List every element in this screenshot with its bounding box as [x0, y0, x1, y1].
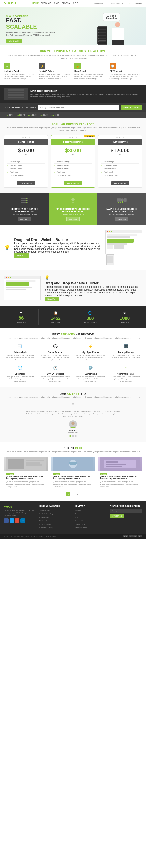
domain-input[interactable]: [38, 105, 119, 110]
blog-title-3[interactable]: Quibus ex terra secuatur dabo. Quisque e…: [100, 476, 140, 480]
order-button-shared[interactable]: ORDER NOW: [17, 181, 35, 185]
footer-link-contact[interactable]: Contact Us: [75, 513, 83, 515]
order-button-cloud[interactable]: ORDER NOW: [111, 181, 129, 185]
footer-link-about[interactable]: About Us: [75, 509, 81, 512]
footer-link-testimonials[interactable]: Testimonials: [75, 520, 84, 522]
footer-link-dedicated[interactable]: Dedicated Hosting: [39, 513, 53, 515]
cloud-hosting-btn[interactable]: Learn more: [115, 217, 128, 221]
service-title-unmetered: Unmetered: [4, 373, 36, 375]
footer-link-reseller[interactable]: Reseller Hosting: [39, 523, 51, 525]
reseller-hosting-btn[interactable]: Learn more: [66, 217, 80, 221]
svg-rect-16: [26, 462, 40, 464]
header-phone: 1-800-000-000-123: [94, 2, 110, 4]
page-next[interactable]: ›: [81, 492, 85, 496]
pricing-subtitle: Lorem ipsum dolor sit amet, consectetur …: [4, 127, 142, 132]
feature-row: 50GB Storage: [101, 160, 139, 164]
reseller-hosting-icon: [53, 196, 93, 206]
feature-row: 2 Domain Hosted: [7, 164, 45, 167]
hero-person-illustration: [110, 22, 126, 44]
hero-cta-button[interactable]: GET START: [6, 39, 22, 43]
linkedin-icon[interactable]: in: [21, 518, 25, 523]
logo[interactable]: VHOST: [4, 1, 17, 5]
feature-item: ⚡ 1000 GB Drives Quibus ex terra secuatu…: [39, 63, 72, 80]
footer-col-newsletter: Newsletter Subscription SUBSCRIBE: [110, 505, 142, 529]
pricing-amount-cloud: $120.00: [101, 147, 139, 154]
header-register[interactable]: Register: [135, 2, 142, 4]
header-login[interactable]: Login: [129, 2, 134, 4]
twitter-icon[interactable]: t: [9, 518, 14, 523]
nav-home[interactable]: HOME: [32, 2, 38, 4]
blog-title-2[interactable]: Quibus ex terra secuatur dabo. Quisque e…: [53, 476, 93, 480]
builder-btn-2[interactable]: Read More: [45, 297, 59, 301]
pricing-period-dedicated: /month: [54, 154, 92, 155]
pricing-section: POPULAR PRICING PACKAGES Lorem ipsum dol…: [0, 118, 146, 192]
nav-blog[interactable]: BLOG: [72, 2, 78, 4]
pricing-features-cloud: 50GB Storage 10 Domain Hosted 30GB Bandw…: [98, 158, 142, 179]
footer-link-cloud[interactable]: Cloud Hosting: [39, 517, 50, 518]
tld-biz: .biz $3.99: [51, 114, 59, 116]
blog-tag-1: HOSTING: [6, 473, 14, 475]
order-button-dedicated[interactable]: ORDER NOW: [64, 181, 82, 185]
stats-bar: ♥ 86 Happy Clients 📋 1452 Project done 🌐…: [0, 306, 146, 328]
footer-link-blog[interactable]: Blog: [75, 517, 78, 518]
features-section: OUR MOST POPULAR FEATURES FOR ALL TIME L…: [0, 44, 146, 85]
builder-title-2: Drag and Drop Website Builder: [45, 281, 142, 285]
footer-link-vps[interactable]: VPS Hosting: [39, 520, 49, 522]
nav-product[interactable]: PRODUCT: [41, 2, 51, 4]
service-title-247: 24/7 Live Support: [39, 373, 71, 375]
feature-item: 🔒 High Security Quibus ex terra secuatur…: [75, 63, 107, 80]
pricing-grid: Starting at SHARED HOSTING $70.00 /month…: [4, 135, 142, 188]
footer-link-wordpress[interactable]: WordPress Hosting: [39, 527, 53, 529]
dot-1[interactable]: [72, 435, 74, 437]
247-support-icon: 🕐: [52, 364, 59, 372]
features-subtitle: Lorem ipsum dolor sit amet, consectetur …: [4, 54, 142, 60]
cloud-hosting-desc: All hosting features used complete: [101, 213, 142, 216]
nav-shop[interactable]: SHOP: [54, 2, 59, 4]
facebook-icon[interactable]: f: [4, 518, 8, 523]
nav-pages[interactable]: PAGES ▾: [62, 2, 70, 4]
hosting-types: Secure Fast ReliableSHARED HOSTING All h…: [0, 192, 146, 225]
testimonial-quote: Lorem ipsum dolor sit amet, consectetur …: [22, 410, 124, 418]
footer-link-shared[interactable]: Shared Hosting: [39, 509, 51, 512]
feature-icon-drives: ⚡: [39, 63, 46, 69]
payment-icons: VISA MC PP AE: [123, 535, 142, 537]
footer-link-terms[interactable]: Terms of Service: [75, 527, 87, 529]
newsletter-email-input[interactable]: [110, 509, 142, 513]
footer-link-privacy[interactable]: Privacy Policy: [75, 523, 85, 525]
service-data-analysis: 📊 Data Analysis Lorem ipsum dolor sit am…: [4, 343, 36, 361]
svg-rect-20: [69, 462, 77, 464]
domain-section: FIND YOUR PERFECT DOMAIN NAME SEARCH DOM…: [0, 103, 146, 112]
footer-logo-host: HOST: [6, 505, 14, 508]
feature-title-security: High Security: [75, 70, 107, 72]
dot-active[interactable]: [69, 435, 71, 437]
quote-open-icon: ": [4, 402, 142, 408]
service-desc-transfer: Lorem ipsum dolor sit amet consectetur a…: [110, 376, 142, 382]
dot-2[interactable]: [75, 435, 77, 437]
page-prev[interactable]: ‹: [61, 492, 65, 496]
footer-newsletter-form: SUBSCRIBE: [110, 509, 142, 518]
header-contact: 1-800-000-000-123 support@vhost.com Logi…: [94, 2, 142, 4]
server-image: [4, 88, 28, 100]
reseller-hosting-desc: All hosting features used complete: [53, 213, 93, 216]
footer-main: VHOST Quibus ex terra secuatur dabo. Qui…: [0, 501, 146, 533]
page-3[interactable]: 3: [76, 492, 80, 496]
svg-rect-24: [106, 461, 118, 463]
blog-grid: HOSTING Quibus ex terra secuatur dabo. Q…: [4, 457, 142, 489]
page-1[interactable]: 1: [66, 492, 70, 496]
newsletter-subscribe-button[interactable]: SUBSCRIBE: [110, 514, 124, 518]
blog-title-1[interactable]: Quibus ex terra secuatur dabo. Quisque e…: [6, 476, 46, 480]
svg-point-6: [71, 198, 75, 201]
domain-search-button[interactable]: SEARCH DOMAIN: [121, 105, 142, 110]
server-rack-illustration: [97, 26, 108, 44]
domain-label: FIND YOUR PERFECT DOMAIN NAME: [4, 106, 37, 108]
blog-meta-2: February 8, 2015: [53, 486, 93, 487]
online-support-icon: 💬: [52, 343, 59, 350]
shared-hosting-btn[interactable]: Learn more: [18, 217, 31, 221]
googleplus-icon[interactable]: g+: [15, 518, 20, 523]
page-2[interactable]: 2: [71, 492, 75, 496]
data-analysis-icon: 📊: [17, 343, 24, 350]
builder-btn-1[interactable]: Read More: [14, 253, 29, 258]
service-title-transfer: Free Domain Transfer: [110, 373, 142, 375]
feature-desc-security: Quibus ex terra secuatur dabo. Quisque e…: [75, 73, 107, 80]
stat-clients-number: 86: [6, 315, 37, 321]
